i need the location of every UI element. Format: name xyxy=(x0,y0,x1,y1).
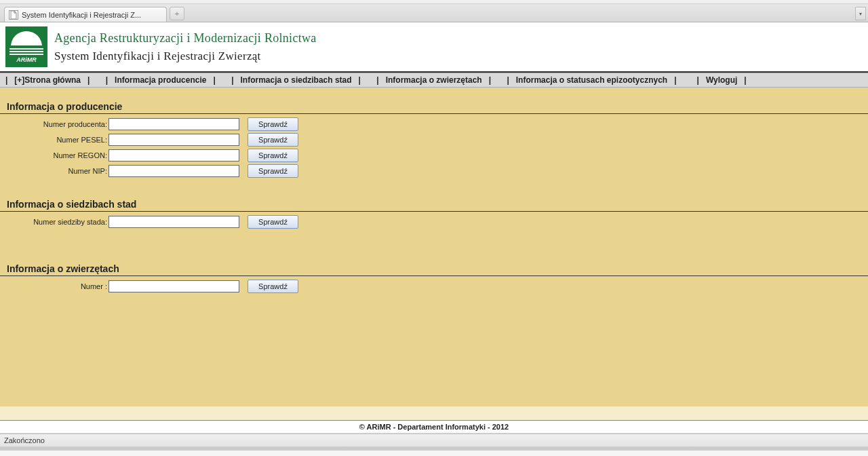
section-animals-title: Informacja o zwierzętach xyxy=(0,263,868,276)
page-icon xyxy=(9,10,18,20)
input-herd-number[interactable] xyxy=(108,216,239,228)
input-nip[interactable] xyxy=(108,165,239,177)
row-regon: Numer REGON: Sprawdź xyxy=(0,148,868,163)
nav-animals-info[interactable]: Informacja o zwierzętach xyxy=(386,75,482,85)
nav-separator: | xyxy=(212,75,216,85)
label-animal-number: Numer : xyxy=(0,282,108,290)
input-producer-number[interactable] xyxy=(108,118,239,130)
input-pesel[interactable] xyxy=(108,134,239,146)
label-pesel: Numer PESEL: xyxy=(0,136,108,144)
browser-status-bar: Zakończono xyxy=(0,434,868,446)
header-titles: Agencja Restrukturyzacji i Modernizacji … xyxy=(54,31,317,63)
nav-logout[interactable]: Wyloguj xyxy=(706,75,737,85)
input-regon[interactable] xyxy=(108,149,239,162)
section-animals: Informacja o zwierzętach Numer : Sprawdź xyxy=(0,263,868,294)
tab-list-dropdown[interactable]: ▾ xyxy=(855,7,866,20)
status-text: Zakończono xyxy=(4,436,45,444)
nav-epizootic-status[interactable]: Informacja o statusach epizootycznych xyxy=(516,75,667,85)
input-animal-number[interactable] xyxy=(108,280,239,292)
row-producer-number: Numer producenta: Sprawdź xyxy=(0,117,868,132)
nav-separator: | xyxy=(357,75,362,85)
system-name: System Identyfikacji i Rejestracji Zwier… xyxy=(54,50,317,63)
button-check-animal-number[interactable]: Sprawdź xyxy=(248,280,298,293)
page-header: ARiMR Agencja Restrukturyzacji i Moderni… xyxy=(0,22,868,73)
agency-name: Agencja Restrukturyzacji i Modernizacji … xyxy=(54,31,317,45)
nav-herd-info[interactable]: Informacja o siedzibach stad xyxy=(241,75,352,85)
nav-separator: | xyxy=(505,75,510,85)
nav-separator: | xyxy=(696,75,701,85)
section-divider xyxy=(0,211,868,212)
label-herd-number: Numer siedziby stada: xyxy=(0,218,108,226)
footer-copyright: © ARiMR - Departament Informatyki - 2012 xyxy=(0,420,868,434)
label-regon: Numer REGON: xyxy=(0,151,108,159)
label-nip: Numer NIP: xyxy=(0,167,108,175)
section-herd-title: Informacja o siedzibach stad xyxy=(0,199,868,211)
nav-separator: | xyxy=(104,75,109,85)
bottom-edge xyxy=(0,446,868,451)
footer-spacer xyxy=(0,406,868,420)
nav-separator: | xyxy=(743,75,747,85)
button-check-pesel[interactable]: Sprawdź xyxy=(248,133,298,147)
nav-separator: | xyxy=(488,75,492,85)
logo-sun-icon xyxy=(11,31,42,47)
nav-separator: | xyxy=(375,75,380,85)
content-area: Informacja o producencie Numer producent… xyxy=(0,88,868,406)
section-producer: Informacja o producencie Numer producent… xyxy=(0,101,868,178)
logo-text: ARiMR xyxy=(16,56,37,63)
logo-field-lines xyxy=(9,48,43,55)
row-animal-number: Numer : Sprawdź xyxy=(0,279,868,294)
section-herd: Informacja o siedzibach stad Numer siedz… xyxy=(0,199,868,229)
nav-home[interactable]: [+]Strona główna xyxy=(14,75,81,85)
button-check-producer-number[interactable]: Sprawdź xyxy=(248,117,298,131)
section-divider xyxy=(0,276,868,276)
main-nav: | [+]Strona główna | | Informacja produc… xyxy=(0,73,868,88)
button-check-regon[interactable]: Sprawdź xyxy=(248,149,298,162)
label-producer-number: Numer producenta: xyxy=(0,120,108,128)
row-nip: Numer NIP: Sprawdź xyxy=(0,164,868,178)
row-pesel: Numer PESEL: Sprawdź xyxy=(0,132,868,147)
nav-separator: | xyxy=(230,75,235,85)
browser-tab-active[interactable]: System Identyfikacji i Rejestracji Z... xyxy=(4,7,167,22)
button-check-nip[interactable]: Sprawdź xyxy=(248,164,298,178)
section-producer-title: Informacja o producencie xyxy=(0,101,868,113)
section-divider xyxy=(0,113,868,114)
nav-producer-info[interactable]: Informacja producencie xyxy=(115,75,206,85)
new-tab-button[interactable]: + xyxy=(170,7,184,20)
browser-tab-bar: System Identyfikacji i Rejestracji Z... … xyxy=(0,4,868,22)
nav-separator: | xyxy=(673,75,677,85)
nav-separator: | xyxy=(86,75,91,85)
row-herd-number: Numer siedziby stada: Sprawdź xyxy=(0,214,868,229)
nav-separator: | xyxy=(4,75,9,85)
button-check-herd-number[interactable]: Sprawdź xyxy=(248,215,298,229)
arimr-logo: ARiMR xyxy=(5,26,47,67)
tab-title: System Identyfikacji i Rejestracji Z... xyxy=(22,11,141,19)
